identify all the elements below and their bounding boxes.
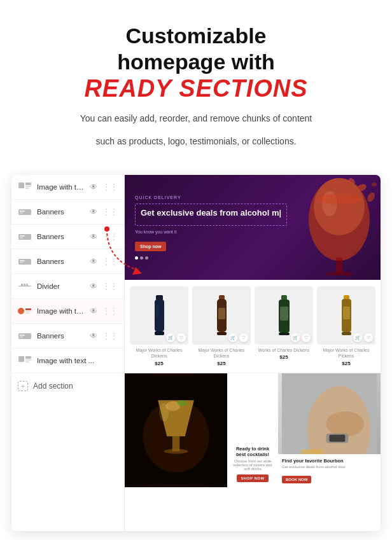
bourbon-title: Find your favorite Bourbon [282, 458, 377, 464]
svg-rect-4 [18, 209, 31, 215]
svg-rect-0 [18, 183, 24, 188]
svg-rect-42 [219, 295, 225, 300]
sidebar-item-image-text-1[interactable]: Image with text ... 👁 ⋮⋮ [11, 175, 124, 200]
drag-icon-1[interactable]: ⋮⋮ [102, 183, 118, 191]
sidebar-item-label-3: Banners [37, 233, 85, 240]
product-cart-icon-3[interactable]: 🛒 [291, 333, 300, 342]
svg-rect-53 [342, 332, 351, 335]
banner-shop-button[interactable]: Shop now [135, 242, 166, 251]
svg-rect-22 [20, 335, 25, 336]
sidebar-item-divider[interactable]: Divider 👁 ⋮⋮ [11, 274, 124, 299]
svg-rect-52 [343, 307, 350, 319]
product-wish-icon-2[interactable]: ♡ [239, 333, 248, 342]
sidebar-item-image-text-3[interactable]: Image with text ... [11, 349, 124, 373]
drag-icon-5[interactable]: ⋮⋮ [102, 282, 118, 291]
hero-title-line1: Customizable [25, 23, 367, 49]
svg-point-65 [326, 411, 365, 436]
svg-rect-37 [326, 272, 352, 275]
svg-rect-25 [25, 356, 31, 359]
drag-icon-2[interactable]: ⋮⋮ [102, 207, 118, 216]
svg-rect-38 [156, 295, 163, 300]
sidebar-item-label-7: Banners [37, 332, 85, 340]
image-text-icon-3 [18, 355, 32, 366]
svg-rect-50 [344, 295, 349, 300]
svg-point-58 [164, 448, 188, 453]
product-action-icons-2: 🛒 ♡ [228, 333, 248, 342]
eye-icon-1[interactable]: 👁 [90, 183, 97, 191]
product-name-1: Major Works of Charles Dickens [130, 347, 188, 359]
eye-icon-5[interactable]: 👁 [90, 282, 97, 291]
product-cart-icon-1[interactable]: 🛒 [166, 333, 175, 342]
hero-title: Customizable homepage with READY SECTION… [25, 23, 367, 102]
eye-icon-3[interactable]: 👁 [90, 232, 97, 241]
product-cart-icon-4[interactable]: 🛒 [353, 333, 362, 342]
cocktail-image [125, 373, 227, 487]
svg-point-33 [314, 178, 365, 235]
product-cart-icon-2[interactable]: 🛒 [228, 333, 237, 342]
svg-rect-1 [25, 183, 31, 185]
bourbon-image: Find your favorite Bourbon Get exclusive… [278, 373, 381, 487]
eye-icon-6[interactable]: 👁 [90, 307, 97, 315]
hero-subtitle-line2: such as products, logo, testimonials, or… [25, 134, 367, 148]
svg-rect-36 [336, 258, 342, 273]
eye-icon-7[interactable]: 👁 [90, 331, 97, 340]
bourbon-section: Find your favorite Bourbon Get exclusive… [278, 373, 381, 487]
add-section-button[interactable]: + Add section [11, 373, 124, 399]
drag-icon-3[interactable]: ⋮⋮ [102, 232, 118, 241]
drag-icon-7[interactable]: ⋮⋮ [102, 331, 118, 340]
image-text-active-icon [18, 305, 32, 317]
cocktail-text-section: Ready to drink best cocktails! Choose fr… [227, 373, 278, 487]
svg-rect-2 [25, 186, 31, 187]
svg-point-35 [317, 194, 361, 204]
sidebar-item-label-2: Banners [37, 208, 85, 216]
drag-icon-4[interactable]: ⋮⋮ [102, 257, 118, 266]
banner-tag: QUICK DELIVERY [135, 195, 287, 200]
bourbon-book-button[interactable]: BOOK NOW [282, 476, 311, 483]
product-wish-icon-3[interactable]: ♡ [302, 333, 311, 342]
sidebar-item-banners-2[interactable]: Banners 👁 ⋮⋮ [11, 225, 124, 249]
product-wish-icon-1[interactable]: ♡ [177, 333, 186, 342]
product-action-icons-3: 🛒 ♡ [291, 333, 311, 342]
hero-subtitle-line1: You can easily add, reorder, and remove … [25, 111, 367, 125]
svg-rect-7 [18, 234, 31, 240]
svg-rect-19 [25, 311, 31, 312]
image-text-icon [18, 181, 32, 193]
sidebar-item-label-8: Image with text ... [37, 357, 118, 364]
banner-subtitle: You know you want it [135, 230, 287, 234]
banner-content: QUICK DELIVERY Get exclusive deals from … [135, 195, 287, 260]
bourbon-subtitle: Get exclusive deals from alcohol next [282, 465, 377, 469]
sidebar-item-banners-3[interactable]: Banners 👁 ⋮⋮ [11, 249, 124, 274]
svg-rect-14 [21, 284, 23, 286]
banners-icon-2 [18, 231, 32, 242]
product-image-1: 🛒 ♡ [130, 286, 188, 345]
eye-icon-4[interactable]: 👁 [90, 257, 97, 266]
product-card-2: 🛒 ♡ Major Works of Charles Dickens $25 [192, 286, 251, 366]
sidebar-item-label-4: Banners [37, 258, 85, 265]
wine-glass-image [285, 175, 381, 280]
drag-icon-6[interactable]: ⋮⋮ [102, 307, 118, 315]
banners-icon-1 [18, 206, 32, 218]
sidebar-item-image-text-2[interactable]: Image with text 👁 ⋮⋮ [11, 299, 124, 324]
svg-rect-49 [279, 333, 290, 335]
product-name-3: Works of Charles Dickens [258, 347, 309, 353]
preview-products-grid: 🛒 ♡ Major Works of Charles Dickens $25 [125, 280, 381, 372]
sidebar: Image with text ... 👁 ⋮⋮ Banners 👁 ⋮⋮ [11, 175, 125, 531]
cocktail-section [125, 373, 227, 487]
product-price-2: $25 [217, 361, 225, 366]
svg-rect-48 [280, 307, 288, 321]
divider-icon [18, 280, 32, 292]
svg-rect-9 [20, 237, 23, 239]
banner-text-box: Get exclusive deals from alcohol m| [135, 204, 287, 226]
eye-icon-2[interactable]: 👁 [90, 207, 97, 216]
preview-area: QUICK DELIVERY Get exclusive deals from … [125, 175, 381, 531]
product-image-2: 🛒 ♡ [192, 286, 251, 345]
product-card-1: 🛒 ♡ Major Works of Charles Dickens $25 [130, 286, 188, 366]
product-price-4: $25 [342, 361, 350, 366]
add-section-label: Add section [33, 382, 73, 391]
product-wish-icon-4[interactable]: ♡ [364, 333, 373, 342]
cocktail-shop-button[interactable]: SHOP NOW [237, 474, 268, 482]
product-action-icons-1: 🛒 ♡ [166, 333, 186, 342]
sidebar-item-banners-4[interactable]: Banners 👁 ⋮⋮ [11, 324, 124, 349]
svg-rect-21 [18, 333, 31, 339]
sidebar-item-banners-1[interactable]: Banners 👁 ⋮⋮ [11, 200, 124, 225]
